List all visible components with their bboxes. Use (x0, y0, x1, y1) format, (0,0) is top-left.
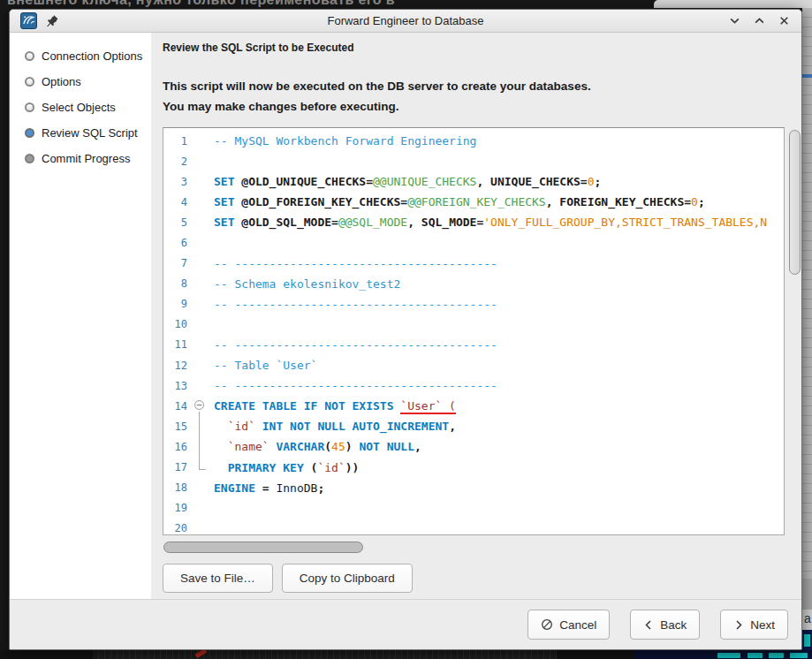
back-button[interactable]: Back (630, 610, 700, 640)
dialog-titlebar[interactable]: Forward Engineer to Database (10, 10, 801, 33)
background-grid-strip (802, 8, 812, 579)
vertical-scrollbar-thumb[interactable] (789, 130, 801, 275)
code-token: CREATE TABLE IF NOT EXISTS (214, 399, 394, 413)
step-bullet-icon (25, 102, 34, 112)
code-text: ENGINE = InnoDB; (214, 481, 324, 495)
close-button[interactable] (777, 14, 791, 28)
code-token: @OLD_FOREIGN_KEY_CHECKS (234, 195, 400, 208)
fold-minus-icon[interactable]: − (194, 400, 204, 410)
code-token: = (684, 195, 691, 208)
horizontal-scrollbar-thumb[interactable] (163, 542, 363, 553)
code-text: -- -------------------------------------… (214, 338, 497, 352)
fold-margin (187, 314, 214, 335)
code-token (214, 420, 228, 433)
code-text: -- MySQL Workbench Forward Engineering (214, 134, 476, 148)
line-number: 6 (163, 237, 187, 249)
code-token (214, 461, 228, 474)
back-label: Back (660, 618, 687, 632)
background-teal-glyphs (747, 653, 763, 658)
code-token: ENGINE (214, 481, 255, 495)
editor-vertical-scrollbar[interactable] (789, 130, 801, 568)
step-bullet-icon (25, 128, 34, 138)
code-token: `id` (317, 461, 345, 474)
code-token: 0 (691, 195, 698, 208)
line-number: 3 (163, 176, 187, 188)
code-token: -- -------------------------------------… (214, 257, 497, 270)
background-ruler (93, 650, 557, 659)
fold-collapse-icon[interactable]: − (187, 396, 214, 416)
line-number: 11 (163, 338, 187, 351)
step-label: Review SQL Script (42, 126, 138, 140)
line-number: 10 (163, 318, 187, 330)
chevron-left-icon (643, 619, 654, 631)
code-text: SET @OLD_SQL_MODE=@@SQL_MODE, SQL_MODE='… (214, 216, 767, 229)
line-number: 1 (163, 135, 187, 148)
fold-margin (187, 436, 214, 457)
code-token: ) (345, 440, 360, 453)
save-to-file-button[interactable]: Save to File… (163, 564, 273, 593)
line-number: 2 (163, 155, 187, 168)
step-label: Connection Options (42, 49, 142, 63)
code-token: , (414, 440, 421, 453)
code-token (255, 420, 262, 433)
code-line: 18ENGINE = InnoDB; (163, 478, 784, 498)
background-teal-glyphs (717, 653, 740, 658)
fold-margin (187, 458, 214, 478)
maximize-button[interactable] (752, 14, 766, 28)
fold-margin (187, 355, 214, 375)
code-line: 1-- MySQL Workbench Forward Engineering (163, 131, 784, 151)
code-token: 0 (588, 175, 595, 188)
step-bullet-icon (25, 77, 34, 87)
code-token: @@SQL_MODE (338, 216, 407, 229)
fold-margin (187, 519, 214, 535)
editor-horizontal-scrollbar[interactable] (163, 542, 785, 553)
wizard-steps-sidebar: Connection Options Options Select Object… (10, 33, 151, 599)
fold-margin (187, 131, 214, 151)
minimize-button[interactable] (727, 14, 741, 28)
code-text: `name` VARCHAR(45) NOT NULL, (214, 440, 421, 453)
cancel-button[interactable]: Cancel (527, 610, 610, 640)
code-token: , (546, 195, 560, 208)
code-token: `User` ( (400, 399, 456, 414)
code-token: -- Schema ekolesnikov_test2 (214, 277, 400, 291)
code-token: = (400, 195, 407, 208)
step-options: Options (10, 69, 151, 95)
fold-margin (187, 375, 214, 396)
fold-margin (187, 232, 214, 253)
code-token: SQL_MODE (421, 216, 477, 229)
line-number: 4 (163, 196, 187, 208)
step-label: Select Objects (42, 101, 116, 114)
step-connection-options: Connection Options (10, 43, 151, 69)
fold-margin (187, 192, 214, 212)
code-token: PRIMARY KEY (228, 461, 304, 474)
fold-margin (187, 416, 214, 436)
code-line: 17 PRIMARY KEY (`id`)) (163, 458, 784, 478)
next-button[interactable]: Next (720, 610, 788, 640)
line-number: 19 (163, 502, 187, 514)
line-number: 17 (163, 461, 187, 473)
code-token: = (581, 175, 588, 188)
code-text: -- Schema ekolesnikov_test2 (214, 277, 400, 291)
next-label: Next (750, 618, 775, 632)
background-gray-block (802, 579, 812, 610)
code-token: SET (214, 175, 234, 188)
line-number: 7 (163, 257, 187, 269)
forward-engineer-dialog: Forward Engineer to Database (9, 9, 802, 650)
code-line: 15 `id` INT NOT NULL AUTO_INCREMENT, (163, 416, 784, 436)
pin-icon[interactable] (46, 14, 59, 27)
code-token: @OLD_SQL_MODE (234, 216, 331, 229)
code-token: ( (324, 440, 331, 453)
description-text: This script will now be executed on the … (163, 76, 801, 117)
sql-script-editor[interactable]: 1-- MySQL Workbench Forward Engineering2… (163, 127, 785, 535)
background-blue-line (802, 74, 812, 78)
step-label: Commit Progress (42, 152, 130, 165)
code-line: 3SET @OLD_UNIQUE_CHECKS=@@UNIQUE_CHECKS,… (163, 171, 784, 192)
copy-to-clipboard-button[interactable]: Copy to Clipboard (282, 564, 413, 593)
code-text: -- -------------------------------------… (214, 257, 497, 270)
code-text: CREATE TABLE IF NOT EXISTS `User` ( (214, 399, 456, 413)
background-teal-glyph (804, 634, 810, 647)
code-line: 9-- ------------------------------------… (163, 294, 784, 314)
mysql-workbench-icon (20, 12, 37, 29)
background-partial-text: внешнего ключа, нужно только переименова… (7, 0, 395, 8)
code-token: 45 (331, 440, 345, 453)
